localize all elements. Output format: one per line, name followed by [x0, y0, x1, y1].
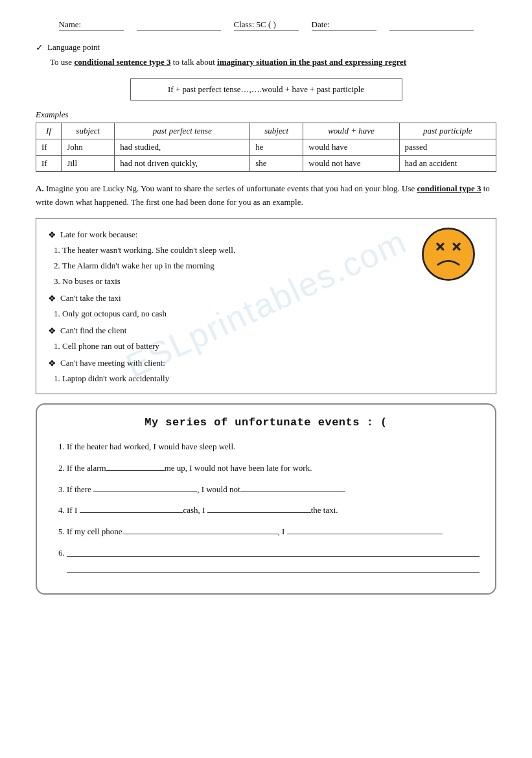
imaginary-link: imaginary situation in the past and expr… [217, 57, 406, 67]
examples-label: Examples [36, 110, 496, 120]
list-item: If my cell phone, I [67, 524, 480, 540]
table-cell: If [36, 155, 62, 171]
diamond-item: ❖Late for work because: [48, 228, 402, 243]
table-cell: he [250, 139, 303, 155]
col-if: If [36, 123, 62, 139]
info-box: ❖Late for work because:The heater wasn't… [36, 218, 496, 394]
col-subject2: subject [250, 123, 303, 139]
table-cell: Jill [62, 155, 115, 171]
blank-line6 [67, 545, 480, 557]
diamond-icon: ❖ [48, 356, 56, 372]
smiley-container [413, 225, 484, 283]
table-row: IfJohnhad studied,hewould havepassed [36, 139, 496, 155]
sub-list: Only got octopus card, no cash [62, 307, 402, 321]
name-label: Name: [59, 19, 124, 30]
table-cell: would have [303, 139, 399, 155]
formula-box: If + past perfect tense…,….would + have … [130, 78, 402, 101]
table-cell: passed [399, 139, 496, 155]
blank-alarm [106, 470, 165, 471]
date-label: Date: [312, 19, 376, 30]
writing-box: My series of unfortunate events : ( If t… [36, 403, 496, 594]
diamond-label: Can't find the client [60, 324, 126, 338]
language-desc: To use conditional sentence type 3 to ta… [50, 56, 496, 69]
writing-title: My series of unfortunate events : ( [52, 416, 480, 429]
diamond-item: ❖Can't find the client [48, 324, 402, 339]
col-ppt: past perfect tense [115, 123, 250, 139]
diamond-item: ❖Can't have meeting with client: [48, 356, 402, 372]
table-cell: would not have [303, 155, 399, 171]
col-subject1: subject [62, 123, 115, 139]
section-a: A. Imagine you are Lucky Ng. You want to… [36, 182, 496, 209]
date-blank [389, 19, 474, 30]
list-item: Cell phone ran out of battery [62, 339, 402, 353]
blank-phone [122, 534, 278, 534]
smiley-face [419, 225, 478, 283]
list-item: No buses or taxis [62, 274, 402, 289]
blank-i-cash [80, 512, 183, 513]
list-item: Only got octopus card, no cash [62, 307, 402, 321]
diamond-icon: ❖ [48, 291, 56, 307]
diamond-label: Can't take the taxi [60, 291, 121, 305]
language-section: ✓ Language point To use conditional sent… [36, 42, 496, 69]
table-row: IfJillhad not driven quickly,shewould no… [36, 155, 496, 171]
diamond-icon: ❖ [48, 228, 56, 243]
info-box-content: ❖Late for work because:The heater wasn't… [48, 225, 402, 387]
table-cell: John [62, 139, 115, 155]
name-blank [137, 19, 221, 30]
list-item: If I cash, I the taxi. [67, 503, 480, 519]
table-cell: had an accident [399, 155, 496, 171]
diamond-label: Can't have meeting with client: [60, 356, 165, 370]
col-pp: past participle [399, 123, 496, 139]
blank-phone2 [287, 534, 443, 534]
diamond-label: Late for work because: [60, 228, 137, 242]
diamond-icon: ❖ [48, 324, 56, 339]
list-item [67, 545, 480, 573]
list-item: Laptop didn't work accidentally [62, 372, 402, 386]
list-item: If the heater had worked, I would have s… [67, 439, 480, 455]
list-item: If the alarmme up, I would not have been… [67, 460, 480, 477]
col-would-have: would + have [303, 123, 399, 139]
sub-list: The heater wasn't working. She couldn't … [62, 243, 402, 289]
blank-taken-taxi [207, 512, 311, 513]
conditional-link: conditional sentence type 3 [74, 57, 170, 67]
list-item: If there , I would not. [67, 482, 480, 498]
blank-would-not [240, 492, 344, 492]
list-item: The heater wasn't working. She couldn't … [62, 243, 402, 257]
writing-lines: If the heater had worked, I would have s… [52, 439, 480, 572]
section-a-text: A. Imagine you are Lucky Ng. You want to… [36, 182, 496, 209]
grammar-table: If subject past perfect tense subject wo… [36, 123, 496, 172]
table-cell: had not driven quickly, [115, 155, 250, 171]
table-cell: If [36, 139, 62, 155]
table-cell: she [250, 155, 303, 171]
class-label: Class: 5C ( ) [234, 19, 299, 30]
checkmark-icon: ✓ [36, 42, 43, 53]
svg-point-0 [422, 229, 474, 280]
blank-line7 [67, 561, 480, 573]
table-cell: had studied, [115, 139, 250, 155]
blank-there [93, 492, 197, 492]
list-item: The Alarm didn't wake her up in the morn… [62, 259, 402, 273]
header: Name: Class: 5C ( ) Date: [36, 19, 496, 30]
sub-list: Cell phone ran out of battery [62, 339, 402, 353]
diamond-item: ❖Can't take the taxi [48, 291, 402, 307]
sub-list: Laptop didn't work accidentally [62, 372, 402, 386]
cond-type-3-link: conditional type 3 [417, 184, 481, 193]
language-label: Language point [47, 42, 100, 53]
table-header-row: If subject past perfect tense subject wo… [36, 123, 496, 139]
